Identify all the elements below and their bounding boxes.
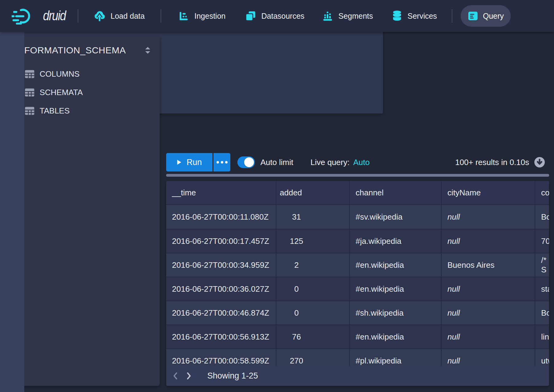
cell-comment[interactable]: sta [541,277,549,301]
layers-icon [245,10,256,21]
nav-item-label: Ingestion [194,12,225,21]
cell-cityname[interactable]: Buenos Aires [447,253,494,277]
bar-chart-icon [322,10,333,21]
column-header-channel[interactable]: channel [356,181,384,204]
nav-divider [161,9,161,23]
cell-channel[interactable]: #en.wikipedia [356,253,404,277]
schema-tree-item[interactable]: COLUMNS [9,65,160,83]
cell-comment[interactable]: Bot [541,301,549,325]
cell-channel[interactable]: #ja.wikipedia [356,229,401,253]
cell-cityname[interactable]: null [447,301,460,325]
schema-tree-item[interactable]: TABLES [9,102,160,120]
cell-time[interactable]: 2016-06-27T00:00:11.080Z [172,205,269,229]
live-query-control: Live query: Auto [310,153,370,171]
schema-title: INFORMATION_SCHEMA [15,45,126,56]
cell-cityname[interactable]: null [447,229,460,253]
run-more-button[interactable] [213,153,230,171]
schema-tree-item[interactable]: SCHEMATA [9,83,160,102]
panel-splitter-handle[interactable] [166,174,549,177]
column-divider [441,181,442,366]
nav-item-label: Segments [338,12,373,21]
download-results-button[interactable] [534,157,545,168]
nav-item-label: Services [408,12,437,21]
results-summary: 100+ results in 0.10s [455,153,529,171]
toggle-knob [244,157,254,167]
column-divider [349,181,350,366]
cell-added[interactable]: 125 [276,229,317,253]
column-header-added[interactable]: added [280,181,302,204]
cell-channel[interactable]: #en.wikipedia [356,325,404,348]
cell-comment[interactable]: Bot [541,205,549,229]
ellipsis-icon [217,161,219,163]
cell-time[interactable]: 2016-06-27T00:00:46.874Z [172,301,269,325]
nav-item-segments[interactable]: Segments [322,0,373,32]
nav-item-load-data[interactable]: Load data [94,0,145,32]
table-icon [25,88,34,97]
cell-added[interactable]: 0 [276,277,317,301]
nav-item-query-active[interactable]: Query [461,5,511,27]
cell-time[interactable]: 2016-06-27T00:00:17.457Z [172,229,269,253]
table-body: 2016-06-27T00:00:11.080Z 31 #sv.wikipedi… [166,205,549,372]
schema-tree-item-label: COLUMNS [40,69,80,79]
next-page-button[interactable] [182,366,196,386]
column-header-cityname[interactable]: cityName [447,181,481,204]
table-row: 2016-06-27T00:00:34.959Z 2 #en.wikipedia… [166,253,549,277]
previous-page-button[interactable] [169,366,182,386]
gantt-chart-icon [178,10,189,21]
run-button-label: Run [187,158,202,167]
pagination-status: Showing 1-25 [207,371,258,381]
table-row: 2016-06-27T00:00:46.874Z 0 #sh.wikipedia… [166,301,549,325]
nav-item-label: Load data [111,12,145,21]
table-row: 2016-06-27T00:00:11.080Z 31 #sv.wikipedi… [166,205,549,229]
double-caret-icon[interactable] [144,47,151,54]
nav-item-label: Datasources [261,12,304,21]
nav-item-datasources[interactable]: Datasources [245,0,304,32]
auto-limit-toggle[interactable] [237,156,255,168]
cell-added[interactable]: 2 [276,253,317,277]
cell-time[interactable]: 2016-06-27T00:00:36.027Z [172,277,269,301]
console-icon [467,11,478,21]
table-icon [25,107,34,115]
auto-limit-label: Auto limit [260,153,293,171]
cell-added[interactable]: 76 [276,325,317,348]
cell-comment[interactable]: link [541,325,549,348]
nav-item-ingestion[interactable]: Ingestion [178,0,225,32]
nav-divider [78,9,78,23]
nav-item-services[interactable]: Services [392,0,437,32]
column-divider [535,181,535,366]
table-row: 2016-06-27T00:00:36.027Z 0 #en.wikipedia… [166,277,549,301]
cell-time[interactable]: 2016-06-27T00:00:56.913Z [172,325,269,348]
column-header-comment[interactable]: comment [541,181,549,204]
cell-comment[interactable]: 70. [541,229,549,253]
results-table: __time added channel cityName comment 20… [166,181,549,386]
run-button-group: Run [166,153,230,171]
column-header-time[interactable]: __time [172,181,196,204]
cell-added[interactable]: 0 [276,301,317,325]
database-icon [392,10,402,22]
table-row: 2016-06-27T00:00:56.913Z 76 #en.wikipedi… [166,325,549,348]
cell-channel[interactable]: #en.wikipedia [356,277,404,301]
cell-added[interactable]: 31 [276,205,317,229]
cell-cityname[interactable]: null [447,205,460,229]
table-pagination-footer: Showing 1-25 [166,366,549,386]
cloud-upload-icon [94,10,105,22]
schema-sidebar: INFORMATION_SCHEMA [9,37,160,386]
table-icon [25,70,34,78]
cell-channel[interactable]: #sv.wikipedia [356,205,403,229]
cell-comment[interactable]: /* S [541,253,549,277]
nav-divider [452,9,452,23]
cell-channel[interactable]: #sh.wikipedia [356,301,404,325]
schema-tree-item-label: SCHEMATA [40,88,83,97]
schema-tree: COLUMNS SCHEMAT [9,65,160,120]
run-button[interactable]: Run [166,153,213,171]
cell-cityname[interactable]: null [447,277,460,301]
nav-item-label: Query [483,12,504,21]
druid-logo-icon [12,8,41,25]
play-icon [177,159,181,165]
cell-time[interactable]: 2016-06-27T00:00:34.959Z [172,253,269,277]
live-query-label: Live query: [310,158,349,167]
brand-wordmark: druid [43,8,66,23]
live-query-value[interactable]: Auto [353,158,370,167]
schema-tree-item-label: TABLES [40,106,70,116]
cell-cityname[interactable]: null [447,325,460,348]
